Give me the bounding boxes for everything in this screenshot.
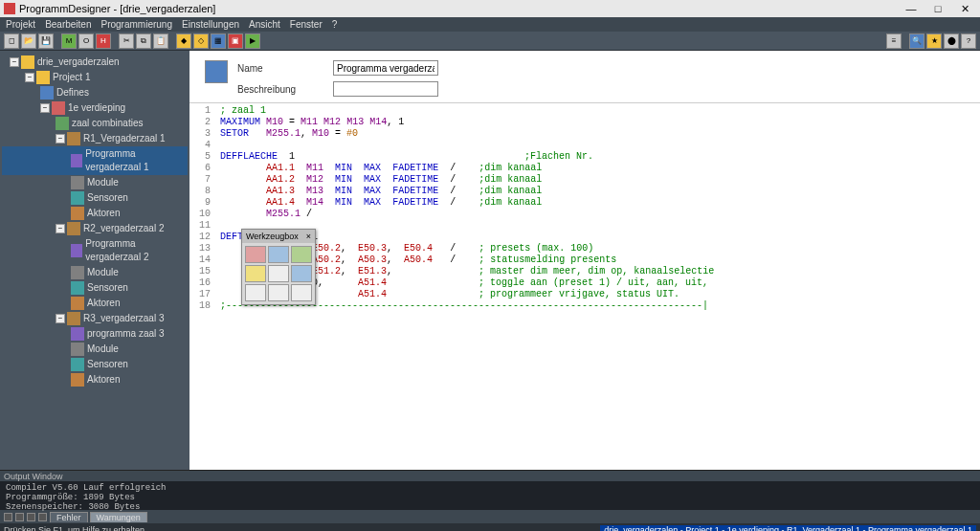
program-icon	[205, 60, 228, 83]
output-tabs: Fehler Warnungen	[0, 510, 980, 523]
menu-bearbeiten[interactable]: Bearbeiten	[45, 19, 91, 30]
tree-room-2-sensoren[interactable]: Sensoren	[2, 280, 188, 296]
output-title: Output Window	[0, 470, 980, 481]
toolbar-search-icon[interactable]: 🔍	[909, 33, 924, 49]
tree-floor[interactable]: −1e verdieping	[2, 100, 188, 116]
tab-warnungen[interactable]: Warnungen	[90, 512, 147, 522]
toolbox-close-icon[interactable]: ×	[306, 232, 311, 241]
output-window[interactable]: Compiler V5.60 Lauf erfolgreich Programm…	[0, 481, 980, 510]
name-label: Name	[237, 63, 295, 74]
name-input[interactable]	[333, 60, 438, 76]
tabs-sq2[interactable]	[15, 513, 24, 521]
toolbox-btn-7[interactable]	[245, 284, 266, 301]
toolbar-tool2-icon[interactable]: ◇	[193, 33, 209, 49]
toolbox-title: Werkzeugbox	[246, 232, 299, 241]
menu-help[interactable]: ?	[332, 19, 338, 30]
werkzeugbox[interactable]: Werkzeugbox ×	[241, 229, 316, 305]
toolbar-tool4-icon[interactable]: ▣	[228, 33, 243, 49]
toolbar-tool5-icon[interactable]: ▶	[245, 33, 260, 49]
maximize-button[interactable]: □	[930, 3, 946, 15]
desc-label: Beschreibung	[237, 84, 295, 95]
tree-room-2[interactable]: −R2_vergaderzaal 2	[2, 221, 188, 236]
toolbar-cut-icon[interactable]: ✂	[119, 33, 134, 49]
tab-fehler[interactable]: Fehler	[50, 512, 88, 522]
toolbar-paste-icon[interactable]: 📋	[153, 33, 168, 49]
toolbar-h-icon[interactable]: H	[96, 33, 111, 49]
toolbar-o-icon[interactable]: O	[78, 33, 94, 49]
output-line-2: Programmgröße: 1899 Bytes	[6, 493, 974, 502]
toolbar-copy-icon[interactable]: ⧉	[136, 33, 151, 49]
tree-defines[interactable]: Defines	[2, 85, 188, 100]
tree-room-3-prog[interactable]: programma zaal 3	[2, 326, 188, 342]
toolbar-m-icon[interactable]: M	[61, 33, 77, 49]
titlebar: ProgrammDesigner - [drie_vergaderzalen] …	[0, 0, 980, 17]
tree-room-3[interactable]: −R3_vergaderzaal 3	[2, 311, 188, 326]
tree-room-2-aktoren[interactable]: Aktoren	[2, 296, 188, 311]
menu-ansicht[interactable]: Ansicht	[249, 19, 280, 30]
tree-room-1-module[interactable]: Module	[2, 175, 188, 190]
toolbox-btn-3[interactable]	[291, 246, 312, 263]
toolbar-tool3-icon[interactable]: ▦	[211, 33, 226, 49]
breadcrumb[interactable]: drie_vergaderzalen - Project 1 - 1e verd…	[600, 525, 976, 531]
toolbar-items-icon[interactable]: ≡	[886, 33, 902, 49]
toolbar-save-icon[interactable]: 💾	[38, 33, 54, 49]
tree-room-3-sensoren[interactable]: Sensoren	[2, 357, 188, 372]
statusbar: Drücken Sie F1, um Hilfe zu erhalten dri…	[0, 523, 980, 531]
project-tree[interactable]: −drie_vergaderzalen −Project 1 Defines −…	[0, 51, 189, 470]
tree-zaal-comb[interactable]: zaal combinaties	[2, 116, 188, 131]
minimize-button[interactable]: —	[903, 3, 919, 15]
toolbox-btn-4[interactable]	[245, 265, 266, 282]
toolbar-misc1-icon[interactable]: ★	[926, 33, 942, 49]
window-title: ProgrammDesigner - [drie_vergaderzalen]	[19, 3, 903, 14]
app-icon	[4, 3, 15, 14]
tree-room-2-prog[interactable]: Programma vergaderzaal 2	[2, 236, 188, 265]
toolbar-misc2-icon[interactable]: ⬤	[944, 33, 959, 49]
toolbar: ◻ 📂 💾 M O H ✂ ⧉ 📋 ◆ ◇ ▦ ▣ ▶ ≡ 🔍 ★ ⬤ ?	[0, 32, 980, 51]
tree-room-1-sensoren[interactable]: Sensoren	[2, 190, 188, 206]
toolbar-tool1-icon[interactable]: ◆	[176, 33, 191, 49]
desc-input[interactable]	[333, 81, 438, 97]
code-body[interactable]: ; zaal 1 MAXIMUM M10 = M11 M12 M13 M14, …	[216, 103, 980, 470]
toolbar-new-icon[interactable]: ◻	[4, 33, 19, 49]
tree-room-2-module[interactable]: Module	[2, 265, 188, 280]
tree-room-3-module[interactable]: Module	[2, 342, 188, 357]
toolbar-open-icon[interactable]: 📂	[21, 33, 36, 49]
tabs-sq1[interactable]	[4, 513, 12, 521]
tree-root[interactable]: −drie_vergaderzalen	[2, 55, 188, 70]
tree-room-1-aktoren[interactable]: Aktoren	[2, 206, 188, 221]
menu-fenster[interactable]: Fenster	[290, 19, 323, 30]
line-gutter: 123456789101112131415161718	[189, 103, 216, 470]
tabs-sq4[interactable]	[38, 513, 47, 521]
tree-room-1-prog[interactable]: Programma vergaderzaal 1	[2, 146, 188, 175]
output-line-1: Compiler V5.60 Lauf erfolgreich	[6, 483, 974, 493]
close-button[interactable]: ✕	[957, 3, 972, 15]
toolbox-btn-8[interactable]	[268, 284, 289, 301]
content-panel: Name Beschreibung 1234567891011121314151…	[189, 51, 980, 470]
menu-projekt[interactable]: Projekt	[6, 19, 35, 30]
toolbox-btn-5[interactable]	[268, 265, 289, 282]
menubar: Projekt Bearbeiten Programmierung Einste…	[0, 17, 980, 32]
status-help-text: Drücken Sie F1, um Hilfe zu erhalten	[4, 525, 145, 531]
tree-project[interactable]: −Project 1	[2, 70, 188, 85]
tabs-sq3[interactable]	[27, 513, 35, 521]
toolbox-btn-1[interactable]	[245, 246, 266, 263]
toolbox-btn-9[interactable]	[291, 284, 312, 301]
tree-room-3-aktoren[interactable]: Aktoren	[2, 372, 188, 387]
menu-einstellungen[interactable]: Einstellungen	[182, 19, 239, 30]
toolbar-help-icon[interactable]: ?	[961, 33, 976, 49]
toolbox-btn-6[interactable]	[291, 265, 312, 282]
menu-programmierung[interactable]: Programmierung	[101, 19, 172, 30]
tree-room-1[interactable]: −R1_Vergaderzaal 1	[2, 131, 188, 146]
toolbox-btn-2[interactable]	[268, 246, 289, 263]
